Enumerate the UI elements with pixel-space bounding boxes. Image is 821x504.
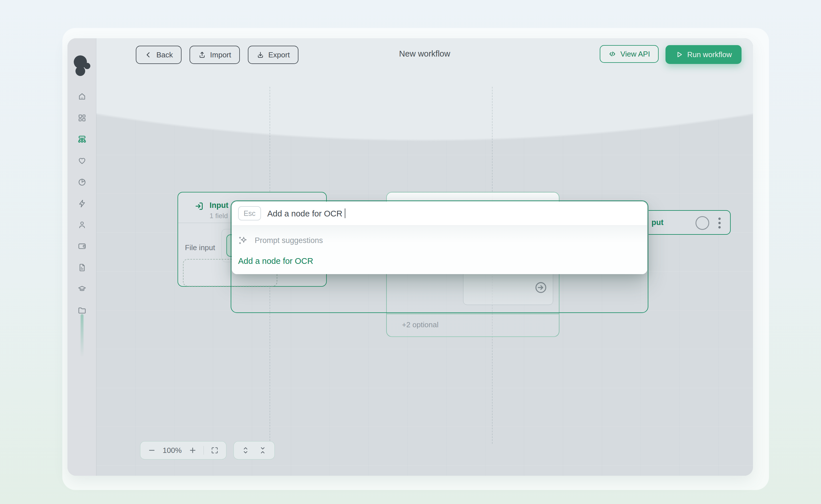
suggestion-item[interactable]: Add a node for OCR [238, 256, 313, 266]
sidebar-item-workflows[interactable] [67, 131, 96, 148]
export-button[interactable]: Export [248, 46, 299, 64]
logo-circle [75, 66, 85, 76]
app-logo[interactable] [67, 54, 96, 80]
app-window: Back Import Export New workflow View API [67, 38, 753, 476]
home-icon [77, 92, 87, 101]
download-icon [257, 51, 265, 59]
optional-fields-label: +2 optional [402, 320, 438, 329]
esc-key-badge[interactable]: Esc [238, 206, 261, 220]
sidebar-item-favorites[interactable] [67, 152, 96, 169]
document-icon [77, 263, 87, 272]
suggestions-header-label: Prompt suggestions [255, 236, 323, 245]
back-button[interactable]: Back [136, 46, 181, 64]
grid-modules-icon [77, 113, 87, 123]
zoom-in-button[interactable] [187, 445, 198, 455]
toolbar-left: Back Import Export [136, 46, 299, 64]
toolbar-divider [203, 446, 204, 455]
folder-icon [77, 306, 87, 315]
output-port-circle[interactable] [696, 216, 709, 230]
fit-view-button[interactable] [210, 445, 220, 455]
file-input-label: File input [185, 243, 215, 252]
sidebar-item-usage[interactable] [67, 174, 96, 191]
sidebar-active-streak [81, 314, 83, 357]
sidebar-item-learn[interactable] [67, 280, 96, 298]
run-workflow-button[interactable]: Run workflow [666, 45, 742, 64]
sidebar-item-modules[interactable] [67, 109, 96, 126]
query-text: Add a node for OCR [267, 209, 343, 218]
node-prompt-input[interactable]: Add a node for OCR [267, 208, 345, 218]
fold-vertical-icon [259, 446, 267, 455]
sparkle-icon [238, 235, 249, 246]
play-icon [675, 51, 683, 59]
middle-node-divider [387, 314, 559, 314]
minus-icon [148, 446, 156, 454]
kebab-menu-icon[interactable] [716, 215, 723, 231]
view-api-button[interactable]: View API [600, 45, 659, 63]
suggestions-panel [232, 226, 647, 274]
back-label: Back [156, 51, 173, 59]
workflow-icon [77, 135, 87, 144]
expand-toolbar [234, 441, 275, 459]
app-stage: Back Import Export New workflow View API [0, 0, 821, 504]
sidebar-item-profile[interactable] [67, 216, 96, 233]
user-icon [77, 220, 87, 229]
wallet-icon [77, 242, 87, 251]
zoom-level: 100% [163, 446, 182, 455]
run-workflow-label: Run workflow [687, 50, 732, 59]
add-node-modal: Esc Add a node for OCR Prompt suggestion… [232, 202, 647, 274]
zoom-toolbar: 100% [140, 441, 227, 459]
input-enter-icon [194, 201, 204, 211]
workflow-canvas[interactable]: Back Import Export New workflow View API [96, 38, 753, 476]
esc-label: Esc [244, 209, 256, 218]
pie-chart-icon [77, 178, 87, 187]
input-node-subtitle: 1 field [210, 212, 228, 220]
expand-nodes-button[interactable] [241, 445, 251, 455]
lightning-icon [77, 199, 87, 208]
sidebar-item-home[interactable] [67, 88, 96, 105]
sidebar [67, 38, 96, 476]
export-label: Export [269, 51, 290, 59]
suggestions-header: Prompt suggestions [238, 235, 323, 246]
view-api-label: View API [620, 50, 650, 59]
heart-icon [77, 156, 87, 165]
code-icon [608, 50, 616, 58]
plus-icon [189, 446, 197, 454]
sidebar-item-docs[interactable] [67, 259, 96, 276]
graduation-cap-icon [77, 284, 87, 294]
import-label: Import [210, 51, 231, 59]
unfold-vertical-icon [241, 446, 250, 455]
frame-corners-icon [211, 446, 219, 454]
collapse-nodes-button[interactable] [258, 445, 268, 455]
output-node-label: put [652, 218, 664, 227]
arrow-in-circle-icon [534, 281, 548, 294]
output-node[interactable]: put [649, 210, 731, 235]
sidebar-item-billing[interactable] [67, 238, 96, 255]
chevron-left-icon [144, 51, 152, 59]
text-caret [345, 208, 346, 218]
toolbar-right: View API Run workflow [600, 45, 742, 64]
zoom-out-button[interactable] [147, 445, 157, 455]
input-node-title: Input [210, 201, 229, 210]
logo-circle [84, 63, 90, 69]
middle-node-field[interactable] [463, 270, 553, 305]
sidebar-item-activity[interactable] [67, 195, 96, 212]
import-button[interactable]: Import [189, 46, 240, 64]
upload-icon [198, 51, 206, 59]
